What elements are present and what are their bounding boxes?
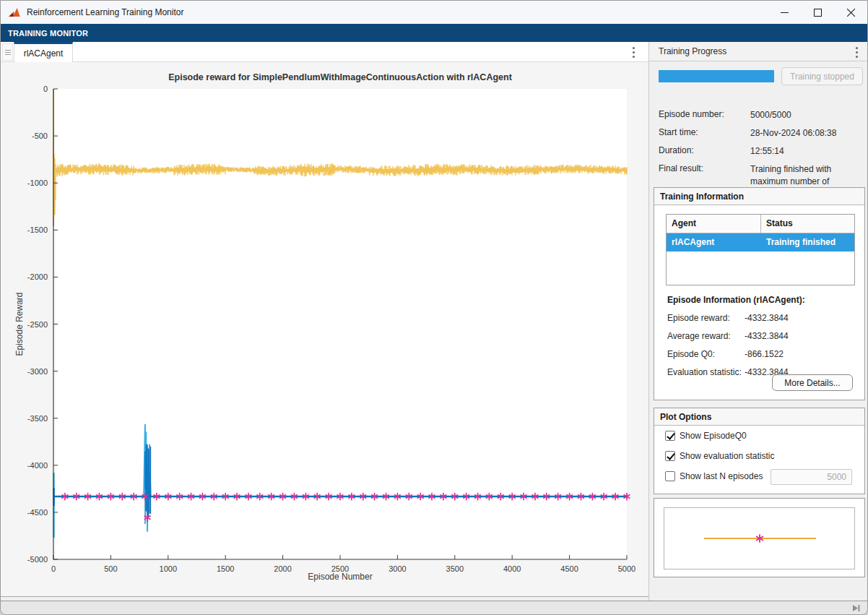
- episode-number-value: 5000/5000: [750, 109, 862, 121]
- maximize-button[interactable]: [801, 1, 834, 24]
- average-reward-value: -4332.3844: [745, 331, 789, 341]
- training-progress-panel: Training Progress Training stopped Episo…: [648, 42, 868, 602]
- show-last-n-episodes-checkbox[interactable]: [665, 471, 675, 481]
- show-evaluation-statistic-checkbox[interactable]: [665, 451, 675, 461]
- toolstrip-tab-training-monitor[interactable]: TRAINING MONITOR: [8, 29, 88, 38]
- svg-text:-4500: -4500: [27, 508, 48, 517]
- duration-row: Duration: 12:55:14: [659, 145, 864, 158]
- svg-text:-3500: -3500: [27, 414, 48, 423]
- svg-text:-2000: -2000: [27, 272, 48, 281]
- legend-preview-graphic: [664, 508, 854, 569]
- training-progress-bar: [659, 70, 774, 82]
- svg-text:-4000: -4000: [27, 461, 48, 470]
- svg-text:-1000: -1000: [27, 179, 48, 187]
- episode-reward-row: Episode reward: -4332.3844: [667, 313, 855, 323]
- tab-grip-icon[interactable]: [2, 43, 13, 61]
- agent-cell: rlACAgent: [667, 233, 761, 251]
- svg-text:Episode Reward: Episode Reward: [14, 292, 25, 356]
- svg-text:5000: 5000: [618, 564, 635, 573]
- episode-reward-value: -4332.3844: [745, 313, 789, 323]
- training-information-panel: Training Information Agent Status rlACAg…: [654, 187, 865, 400]
- show-episodeq0-checkbox[interactable]: [665, 431, 675, 441]
- average-reward-row: Average reward: -4332.3844: [667, 331, 855, 341]
- training-stopped-button[interactable]: Training stopped: [781, 67, 863, 85]
- more-details-button[interactable]: More Details...: [772, 374, 853, 391]
- chart-document-area: Episode reward for SimplePendlumWithImag…: [1, 62, 648, 597]
- svg-text:1500: 1500: [217, 564, 234, 573]
- training-information-header: Training Information: [654, 188, 864, 205]
- table-empty-area: [667, 251, 854, 285]
- svg-text:Episode reward for SimplePendl: Episode reward for SimplePendlumWithImag…: [168, 72, 512, 82]
- episode-reward-chart[interactable]: Episode reward for SimplePendlumWithImag…: [6, 62, 648, 596]
- duration-value: 12:55:14: [750, 145, 862, 158]
- svg-text:0: 0: [43, 85, 48, 93]
- training-progress-title: Training Progress: [659, 46, 726, 56]
- svg-text:2500: 2500: [331, 564, 349, 573]
- episode-number-row: Episode number: 5000/5000: [659, 109, 864, 121]
- show-evaluation-statistic-option: Show evaluation statistic: [665, 451, 774, 461]
- status-bar: [1, 601, 867, 614]
- episode-information-title: Episode Information (rlACAgent):: [667, 295, 805, 305]
- tab-options-kebab-icon[interactable]: [628, 45, 638, 59]
- training-progress-fill: [659, 70, 774, 82]
- toolstrip-bar: TRAINING MONITOR: [1, 24, 867, 42]
- episode-q0-row: Episode Q0: -866.1522: [667, 349, 855, 359]
- expand-panel-icon[interactable]: [851, 603, 861, 613]
- svg-text:0: 0: [51, 564, 56, 573]
- plot-options-header: Plot Options: [654, 408, 864, 426]
- show-episodeq0-option: Show EpisodeQ0: [665, 431, 747, 441]
- app-window: Reinforcement Learning Training Monitor …: [0, 0, 868, 615]
- show-last-n-episodes-option: Show last N episodes: [665, 471, 763, 481]
- training-progress-header: Training Progress: [649, 42, 868, 61]
- panel-options-kebab-icon[interactable]: [851, 45, 862, 59]
- svg-text:2000: 2000: [274, 564, 291, 573]
- svg-text:-3000: -3000: [27, 367, 48, 376]
- svg-text:-5000: -5000: [27, 555, 48, 564]
- status-column-header: Status: [761, 215, 798, 233]
- table-row[interactable]: rlACAgent Training finished: [667, 233, 854, 251]
- svg-text:-500: -500: [32, 132, 48, 140]
- last-n-episodes-input[interactable]: [771, 469, 852, 485]
- window-title: Reinforcement Learning Training Monitor: [27, 7, 183, 17]
- start-time-value: 28-Nov-2024 06:08:38: [750, 127, 862, 139]
- svg-text:4500: 4500: [560, 564, 578, 573]
- matlab-logo-icon: [8, 6, 21, 19]
- close-button[interactable]: [834, 1, 867, 24]
- svg-text:Episode Number: Episode Number: [308, 572, 372, 582]
- svg-text:4000: 4000: [503, 564, 521, 573]
- agent-column-header: Agent: [667, 215, 761, 233]
- legend-preview-panel: [654, 498, 865, 577]
- svg-text:1000: 1000: [160, 564, 177, 573]
- minimize-button[interactable]: [768, 1, 801, 24]
- agent-status-table: Agent Status rlACAgent Training finished: [666, 214, 855, 285]
- episode-q0-value: -866.1522: [745, 349, 784, 359]
- title-bar: Reinforcement Learning Training Monitor: [1, 1, 867, 24]
- svg-text:500: 500: [104, 564, 117, 573]
- plot-options-panel: Plot Options Show EpisodeQ0 Show evaluat…: [654, 408, 865, 494]
- svg-text:-2500: -2500: [27, 320, 48, 329]
- svg-text:3000: 3000: [389, 564, 406, 573]
- svg-text:-1500: -1500: [27, 225, 48, 234]
- document-tab-bar: rlACAgent: [1, 42, 648, 62]
- svg-text:3500: 3500: [446, 564, 464, 573]
- legend-preview-plot: [664, 507, 855, 569]
- agent-table-header: Agent Status: [667, 215, 854, 233]
- tab-rlacagent[interactable]: rlACAgent: [14, 42, 73, 62]
- status-cell: Training finished: [761, 233, 841, 251]
- start-time-row: Start time: 28-Nov-2024 06:08:38: [659, 127, 864, 139]
